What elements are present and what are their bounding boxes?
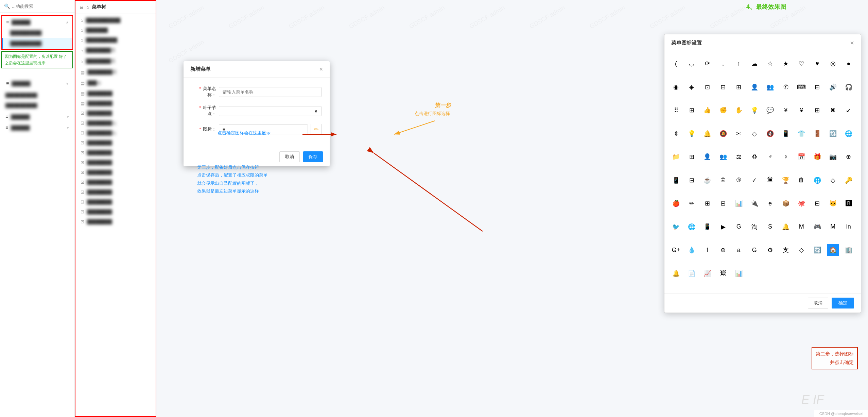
icon-cell[interactable]: 🌐 [811,174,823,186]
icon-cell[interactable]: 🖼 [717,267,729,280]
icon-cell[interactable]: ⊞ [733,81,745,93]
icon-cell[interactable]: 🔄 [811,244,823,256]
icon-cell[interactable]: 🍎 [670,197,682,210]
icon-cell[interactable]: 🐦 [670,221,682,233]
tree-item-18[interactable]: ⊡████████ [75,197,156,207]
icon-cell[interactable]: ☁ [748,57,761,70]
tree-item-0[interactable]: ⌂███████████ [75,15,156,25]
sidebar-item-2[interactable]: ≡ ██████ ∨ [2,78,72,89]
icon-cell[interactable]: ✋ [733,104,745,116]
icon-panel-close-button[interactable]: × [850,39,854,47]
icon-cell[interactable]: ⊡ [701,81,713,93]
icon-cell[interactable]: ♀ [780,151,792,163]
icon-cell[interactable]: 📦 [780,197,792,210]
icon-cell[interactable]: 🌐 [843,128,855,140]
icon-cell[interactable]: ◡ [685,57,698,70]
icon-cell[interactable]: ♡ [795,57,808,70]
icon-cell[interactable]: ⠿ [670,104,682,116]
collapse-icon[interactable]: ⊟ [80,4,84,10]
tree-item-1[interactable]: ⌂███████ [75,25,156,35]
icon-panel-cancel-button[interactable]: 取消 [808,298,828,308]
icon-cell[interactable]: 🔔 [780,221,792,233]
form-icon-edit-button[interactable]: ✏ [311,124,322,135]
icon-cell[interactable]: 🌐 [685,221,698,233]
icon-cell[interactable]: 🏢 [843,244,855,256]
icon-cell[interactable]: ✆ [780,81,792,93]
icon-cell[interactable]: ✏ [685,197,698,210]
icon-cell[interactable]: ⊕ [843,151,855,163]
icon-cell[interactable]: 👥 [764,81,776,93]
icon-cell[interactable]: ◉ [670,81,682,93]
tree-item-3[interactable]: ⌂████████页 [75,45,156,56]
icon-cell[interactable]: ¥ [795,104,808,116]
icon-cell[interactable]: 🗑 [795,174,808,186]
home-icon[interactable]: ⌂ [86,4,89,10]
icon-cell[interactable]: in [843,221,855,233]
icon-cell[interactable]: 🅱 [843,197,855,210]
search-bar[interactable]: 🔍 [0,0,74,13]
icon-cell[interactable]: ⊞ [701,197,713,210]
icon-cell[interactable]: ⊞ [811,104,823,116]
icon-cell[interactable]: 💡 [748,104,761,116]
icon-cell[interactable]: 🔕 [717,128,729,140]
icon-cell[interactable]: ↑ [733,57,745,70]
tree-item-4[interactable]: ⌂████████页 [75,56,156,67]
icon-cell[interactable]: 🐙 [795,197,808,210]
icon-cell[interactable]: 🐱 [827,197,839,210]
icon-cell[interactable]: 👤 [748,81,761,93]
icon-cell[interactable]: 🔇 [764,128,776,140]
save-button[interactable]: 保存 [303,151,323,162]
tree-item-14[interactable]: ⊡████████ [75,157,156,167]
icon-cell[interactable]: ✖ [827,104,839,116]
tree-item-15[interactable]: ⊡████████ [75,167,156,177]
icon-cell[interactable]: 📊 [733,197,745,210]
icon-cell[interactable]: ® [733,174,745,186]
tree-item-16[interactable]: ⊡████████ [75,177,156,187]
icon-cell[interactable]: a [733,244,745,256]
icon-cell[interactable]: 🎧 [843,81,855,93]
icon-cell[interactable]: 📱 [670,174,682,186]
icon-cell[interactable]: ♻ [748,151,761,163]
icon-cell[interactable]: 📈 [701,267,713,280]
icon-cell[interactable]: 📄 [685,267,698,280]
icon-cell[interactable]: S [764,221,776,233]
icon-cell[interactable]: 💧 [685,244,698,256]
icon-cell[interactable]: ★ [780,57,792,70]
icon-cell[interactable]: 淘 [748,221,761,233]
tree-item-5[interactable]: ▤████████页 [75,67,156,78]
icon-cell[interactable]: ◇ [827,174,839,186]
icon-cell[interactable]: ↙ [843,104,855,116]
icon-cell[interactable]: 🔊 [827,81,839,93]
icon-cell[interactable]: ✂ [733,128,745,140]
icon-cell[interactable]: ◇ [795,244,808,256]
icon-cell[interactable]: © [717,174,729,186]
icon-cell[interactable]: G+ [670,244,682,256]
tree-item-8[interactable]: ▤████████ [75,98,156,108]
icon-cell[interactable]: ◇ [748,128,761,140]
icon-cell[interactable]: 🏛 [764,174,776,186]
icon-cell[interactable]: 🔔 [701,128,713,140]
icon-cell[interactable]: 支 [780,244,792,256]
sidebar-subitem-active[interactable]: ██████████ [2,38,72,49]
tree-item-20[interactable]: ⊡████████ [75,217,156,227]
icon-cell[interactable]: ⊟ [811,197,823,210]
icon-cell[interactable]: ⟳ [701,57,713,70]
icon-cell[interactable]: ◎ [827,57,839,70]
icon-cell[interactable]: ¥ [780,104,792,116]
icon-cell[interactable]: ▶ [717,221,729,233]
dialog-close-button[interactable]: × [319,66,323,72]
icon-cell[interactable]: 📁 [670,151,682,163]
icon-cell[interactable]: ⇕ [670,128,682,140]
tree-item-6[interactable]: ▤███台 [75,78,156,88]
cancel-button[interactable]: 取消 [279,151,300,162]
icon-cell[interactable]: 🎁 [811,151,823,163]
form-input-name[interactable] [219,87,322,97]
sidebar-item-6[interactable]: ≡ ██████ ∨ [1,122,73,133]
form-select-leaf[interactable]: ∨ [219,106,322,116]
icon-cell[interactable]: 👥 [717,151,729,163]
icon-cell[interactable]: M [827,221,839,233]
icon-cell[interactable]: 🔃 [827,128,839,140]
tree-item-7[interactable]: ▤████████ [75,88,156,98]
tree-item-2[interactable]: ⌂██████████ [75,35,156,45]
icon-cell[interactable]: M [795,221,808,233]
